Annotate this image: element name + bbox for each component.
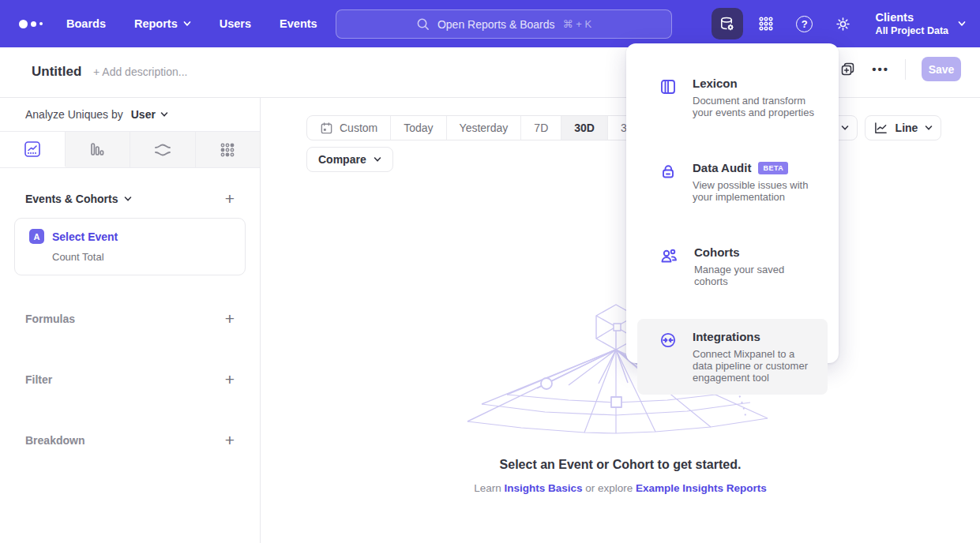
help-button[interactable]: ?	[789, 8, 820, 39]
integrations-icon	[659, 331, 677, 349]
empty-state-subtext: Learn Insights Basics or explore Example…	[261, 482, 980, 494]
date-segment-yesterday[interactable]: Yesterday	[447, 116, 522, 140]
formulas-section: Formulas +	[25, 310, 235, 327]
tab-insights-line[interactable]	[0, 132, 66, 167]
chart-type-tabs	[0, 131, 260, 168]
date-segment-7d[interactable]: 7D	[521, 116, 561, 140]
empty-state-heading: Select an Event or Cohort to get started…	[261, 458, 980, 472]
menu-item-title: Integrations	[693, 330, 760, 343]
global-search-input[interactable]: Open Reports & Boards ⌘ + K	[336, 9, 672, 39]
search-icon	[416, 17, 430, 31]
menu-item-title: Cohorts	[694, 245, 740, 259]
org-name: Clients	[876, 11, 948, 24]
apps-grid-icon	[757, 15, 775, 32]
menu-item-title: Lexicon	[693, 77, 738, 90]
analyze-row: Analyze Uniques by User	[0, 98, 260, 131]
gear-icon	[834, 15, 852, 33]
learn-prefix: Learn	[474, 482, 504, 494]
data-management-button[interactable]	[712, 8, 743, 39]
analyze-by-selector[interactable]: User	[131, 108, 168, 121]
duplicate-button[interactable]	[840, 62, 856, 77]
tab-bar-chart[interactable]	[66, 132, 131, 167]
nav-item-events[interactable]: Events	[280, 17, 317, 30]
tab-metrics[interactable]	[196, 132, 261, 167]
compare-button[interactable]: Compare	[306, 147, 393, 172]
primary-nav: Boards Reports Users Events	[66, 17, 317, 30]
segment-label: 7D	[534, 122, 548, 134]
nav-item-boards[interactable]: Boards	[66, 17, 106, 30]
segment-label: Today	[404, 122, 433, 134]
menu-item-integrations[interactable]: Integrations Connect Mixpanel to a data …	[637, 319, 828, 395]
metrics-tab-icon	[218, 140, 237, 159]
events-cohorts-header: Events & Cohorts +	[25, 190, 235, 207]
project-selector[interactable]: Clients All Project Data	[876, 11, 966, 37]
add-description-field[interactable]: + Add description...	[93, 66, 187, 78]
select-event-button[interactable]: Select Event	[52, 230, 118, 243]
example-insights-reports-link[interactable]: Example Insights Reports	[636, 482, 767, 494]
add-formula-button[interactable]: +	[225, 310, 235, 327]
chart-type-dropdown[interactable]: Line	[865, 115, 941, 140]
line-chart-icon	[873, 122, 888, 135]
or-explore-text: or explore	[582, 482, 636, 494]
breakdown-section: Breakdown +	[25, 432, 235, 448]
nav-label: Users	[220, 17, 251, 30]
date-segment-custom[interactable]: Custom	[307, 116, 391, 140]
segment-label: 30D	[574, 122, 595, 134]
menu-item-title: Data Audit	[693, 161, 751, 174]
cohorts-icon	[659, 247, 678, 264]
nav-label: Reports	[134, 17, 178, 30]
search-placeholder: Open Reports & Boards	[437, 18, 555, 31]
more-options-button[interactable]: •••	[872, 62, 889, 76]
bar-chart-tab-icon	[88, 140, 107, 159]
mixpanel-logo-icon[interactable]	[19, 20, 51, 28]
tab-flows[interactable]	[130, 132, 196, 167]
query-builder-sidebar: Analyze Uniques by User	[0, 98, 261, 543]
line-chart-tab-icon	[23, 140, 42, 159]
topbar-actions: ? Clients All Project Data	[712, 0, 966, 47]
divider	[905, 59, 906, 80]
events-cohorts-label: Events & Cohorts	[25, 193, 118, 205]
apps-grid-button[interactable]	[750, 8, 782, 39]
top-navigation-bar: Boards Reports Users Events Open Reports…	[0, 0, 980, 47]
menu-item-description: View possible issues with your implement…	[693, 179, 817, 203]
add-filter-button[interactable]: +	[225, 371, 235, 388]
event-letter-badge: A	[29, 229, 44, 244]
count-total-selector[interactable]: Count Total	[52, 251, 231, 263]
events-cohorts-toggle[interactable]: Events & Cohorts	[25, 193, 132, 205]
report-title[interactable]: Untitled	[32, 64, 81, 80]
chevron-down-icon	[124, 195, 132, 203]
event-row-card[interactable]: A Select Event Count Total	[14, 218, 246, 275]
add-breakdown-button[interactable]: +	[225, 432, 235, 448]
segment-label: Custom	[340, 122, 377, 134]
settings-button[interactable]	[828, 8, 859, 39]
nav-item-users[interactable]: Users	[220, 17, 251, 30]
breakdown-label: Breakdown	[25, 434, 84, 447]
menu-item-lexicon[interactable]: Lexicon Document and transform your even…	[637, 66, 828, 129]
save-button[interactable]: Save	[922, 57, 961, 81]
nav-item-reports[interactable]: Reports	[134, 17, 191, 30]
data-audit-icon	[659, 163, 677, 180]
chevron-down-icon	[925, 124, 933, 132]
more-options-icon: •••	[872, 62, 889, 76]
report-actions: ••• Save	[840, 57, 961, 81]
chevron-down-icon	[841, 124, 849, 132]
search-shortcut: ⌘ + K	[563, 18, 592, 30]
calendar-icon	[320, 122, 333, 135]
help-icon: ?	[796, 16, 813, 32]
insights-basics-link[interactable]: Insights Basics	[504, 482, 582, 494]
main-content: Custom Today Yesterday 7D 30D 3M 6M Comp…	[261, 98, 980, 543]
menu-item-cohorts[interactable]: Cohorts Manage your saved cohorts	[637, 234, 828, 298]
date-segment-today[interactable]: Today	[391, 116, 446, 140]
add-event-button[interactable]: +	[225, 190, 235, 207]
menu-item-description: Connect Mixpanel to a data pipeline or c…	[693, 348, 817, 384]
analyze-label: Analyze Uniques by	[25, 108, 123, 121]
menu-item-description: Document and transform your events and p…	[693, 95, 817, 118]
nav-label: Boards	[66, 17, 106, 30]
date-segment-30d[interactable]: 30D	[561, 116, 608, 140]
menu-item-description: Manage your saved cohorts	[694, 264, 817, 287]
app-root: Boards Reports Users Events Open Reports…	[0, 0, 980, 543]
beta-badge: BETA	[758, 162, 788, 174]
chart-type-label: Line	[896, 122, 918, 134]
menu-item-data-audit[interactable]: Data Audit BETA View possible issues wit…	[637, 150, 828, 214]
filter-section: Filter +	[25, 371, 235, 388]
